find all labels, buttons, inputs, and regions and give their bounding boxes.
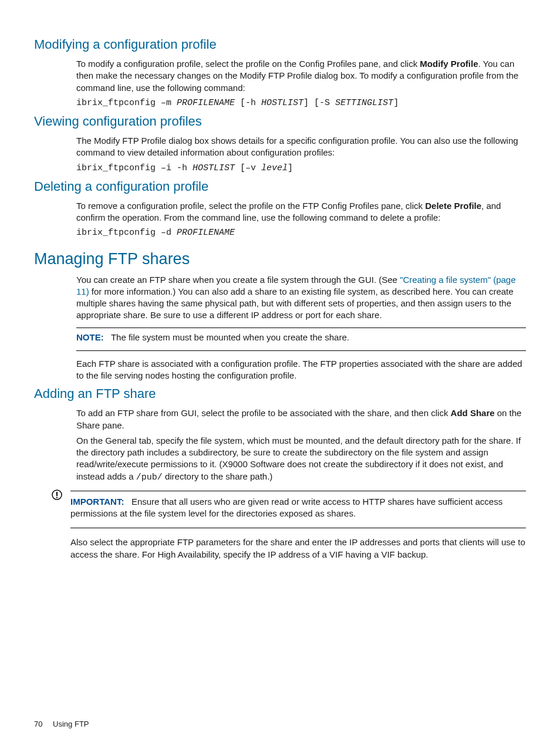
cmd-text: ibrix_ftpconfig –d	[76, 228, 177, 238]
note-label: NOTE:	[76, 332, 104, 342]
cmd-arg: SETTINGLIST	[335, 98, 393, 108]
chapter-name: Using FTP	[53, 720, 89, 728]
cmd-arg: PROFILENAME	[177, 228, 235, 238]
paragraph: The Modify FTP Profile dialog box shows …	[76, 135, 526, 159]
page-footer: 70 Using FTP	[34, 720, 89, 728]
section-deleting-body: To remove a configuration profile, selec…	[76, 200, 526, 239]
paragraph: You can create an FTP share when you cre…	[76, 274, 526, 322]
note-text: NOTE: The file system must be mounted wh…	[76, 332, 526, 343]
page-number: 70	[34, 720, 42, 728]
text: Ensure that all users who are given read…	[70, 497, 502, 518]
cmd-arg: PROFILENAME	[177, 98, 235, 108]
svg-rect-1	[56, 492, 58, 496]
heading-viewing: Viewing configuration profiles	[34, 114, 526, 129]
paragraph: To add an FTP share from GUI, select the…	[76, 407, 526, 431]
bold-text: Modify Profile	[420, 59, 478, 69]
command-line: ibrix_ftpconfig –m PROFILENAME [-h HOSTL…	[76, 97, 526, 109]
cmd-arg: level	[261, 163, 288, 173]
heading-adding: Adding an FTP share	[34, 386, 526, 401]
cmd-text: ibrix_ftpconfig –i -h	[76, 163, 193, 173]
important-callout: IMPORTANT: Ensure that all users who are…	[52, 487, 526, 564]
bold-text: Delete Profile	[425, 201, 481, 211]
section-managing-body: You can create an FTP share when you cre…	[76, 274, 526, 382]
text: To add an FTP share from GUI, select the…	[76, 408, 451, 418]
paragraph: Also select the appropriate FTP paramete…	[70, 536, 526, 561]
cmd-text: [-h	[235, 98, 261, 108]
section-adding-body: To add an FTP share from GUI, select the…	[76, 407, 526, 484]
command-line: ibrix_ftpconfig –d PROFILENAME	[76, 227, 526, 239]
cmd-arg: HOSTLIST	[193, 163, 235, 173]
mono-text: /pub/	[136, 472, 163, 482]
important-text: IMPORTANT: Ensure that all users who are…	[70, 496, 526, 520]
text: directory to the share path.)	[163, 471, 273, 481]
text: You can create an FTP share when you cre…	[76, 275, 400, 285]
text: for more information.) You can also add …	[76, 286, 514, 320]
important-icon	[52, 490, 62, 502]
heading-deleting: Deleting a configuration profile	[34, 179, 526, 194]
cmd-arg: HOSTLIST	[261, 98, 303, 108]
paragraph: On the General tab, specify the file sys…	[76, 435, 526, 484]
paragraph: To modify a configuration profile, selec…	[76, 58, 526, 94]
text: To remove a configuration profile, selec…	[76, 201, 425, 211]
document-page: Modifying a configuration profile To mod…	[0, 0, 560, 746]
heading-modifying: Modifying a configuration profile	[34, 37, 526, 52]
cmd-text: ibrix_ftpconfig –m	[76, 98, 177, 108]
important-box: IMPORTANT: Ensure that all users who are…	[70, 491, 526, 529]
svg-rect-2	[56, 497, 58, 498]
section-modifying-body: To modify a configuration profile, selec…	[76, 58, 526, 109]
text: To modify a configuration profile, selec…	[76, 59, 420, 69]
heading-managing: Managing FTP shares	[34, 250, 526, 268]
section-viewing-body: The Modify FTP Profile dialog box shows …	[76, 135, 526, 174]
command-line: ibrix_ftpconfig –i -h HOSTLIST [–v level…	[76, 163, 526, 174]
important-label: IMPORTANT:	[70, 497, 124, 507]
paragraph: To remove a configuration profile, selec…	[76, 200, 526, 224]
bold-text: Add Share	[451, 408, 495, 418]
cmd-text: [–v	[235, 163, 261, 173]
cmd-text: ] [-S	[303, 98, 335, 108]
paragraph: Each FTP share is associated with a conf…	[76, 358, 526, 382]
note-box: NOTE: The file system must be mounted wh…	[76, 328, 526, 351]
cmd-text: ]	[393, 98, 399, 108]
cmd-text: ]	[288, 163, 293, 173]
text: The file system must be mounted when you…	[111, 332, 349, 342]
